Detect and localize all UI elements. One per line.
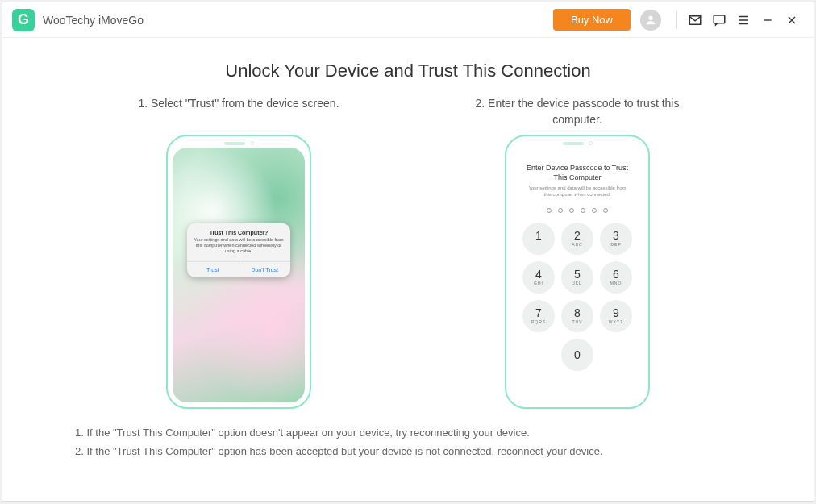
- passcode-dots: [547, 208, 608, 213]
- mail-icon[interactable]: [686, 11, 704, 29]
- user-avatar-icon[interactable]: [640, 10, 661, 31]
- steps-row: 1. Select "Trust" from the device screen…: [51, 96, 765, 409]
- passcode-title: Enter Device Passcode to Trust This Comp…: [519, 164, 635, 182]
- phone-mock-trust: Trust This Computer? Your settings and d…: [166, 135, 311, 409]
- separator: [676, 11, 677, 29]
- key-6[interactable]: 6MNO: [600, 261, 632, 294]
- note-1: 1. If the "Trust This Computer" option d…: [75, 423, 765, 442]
- key-9[interactable]: 9WXYZ: [600, 300, 632, 332]
- trust-alert-title: Trust This Computer?: [187, 223, 290, 237]
- svg-rect-1: [714, 15, 725, 23]
- keypad: 1 2ABC 3DEF 4GHI 5JKL 6MNO 7PQRS 8TUV 9W…: [522, 223, 632, 371]
- app-window: G WooTechy iMoveGo Buy Now Unlock Your D…: [2, 2, 814, 502]
- feedback-icon[interactable]: [710, 11, 728, 29]
- close-icon[interactable]: [783, 11, 801, 29]
- logo-letter: G: [18, 11, 29, 28]
- buy-now-button[interactable]: Buy Now: [553, 9, 631, 31]
- key-5[interactable]: 5JKL: [561, 261, 593, 294]
- trust-button[interactable]: Trust: [187, 261, 239, 277]
- menu-icon[interactable]: [735, 11, 752, 29]
- app-title: WooTechy iMoveGo: [43, 14, 144, 27]
- page-title: Unlock Your Device and Trust This Connec…: [51, 60, 765, 81]
- phone-notch: [506, 141, 648, 145]
- phone-mock-passcode: Enter Device Passcode to Trust This Comp…: [505, 135, 650, 409]
- passcode-subtitle: Your settings and data will be accessibl…: [519, 185, 635, 198]
- key-1[interactable]: 1: [522, 223, 555, 255]
- trust-alert: Trust This Computer? Your settings and d…: [187, 223, 290, 277]
- phone-notch: [168, 141, 310, 145]
- key-3[interactable]: 3DEF: [600, 223, 632, 255]
- step-2: 2. Enter the device passcode to trust th…: [456, 96, 698, 409]
- key-0[interactable]: 0: [561, 339, 593, 371]
- minimize-icon[interactable]: [759, 11, 776, 29]
- key-7[interactable]: 7PQRS: [522, 300, 555, 332]
- footer-notes: 1. If the "Trust This Computer" option d…: [51, 423, 765, 461]
- note-2: 2. If the "Trust This Computer" option h…: [75, 442, 765, 460]
- key-8[interactable]: 8TUV: [561, 300, 593, 332]
- step-1: 1. Select "Trust" from the device screen…: [118, 96, 360, 409]
- titlebar: G WooTechy iMoveGo Buy Now: [2, 2, 814, 38]
- step-1-label: 1. Select "Trust" from the device screen…: [118, 96, 360, 128]
- key-4[interactable]: 4GHI: [522, 261, 555, 294]
- trust-alert-body: Your settings and data will be accessibl…: [187, 237, 290, 260]
- step-2-label: 2. Enter the device passcode to trust th…: [456, 96, 698, 128]
- dont-trust-button[interactable]: Don't Trust: [239, 261, 291, 277]
- app-logo: G: [12, 9, 35, 31]
- passcode-screen: Enter Device Passcode to Trust This Comp…: [511, 148, 643, 402]
- content-area: Unlock Your Device and Trust This Connec…: [2, 38, 814, 501]
- key-2[interactable]: 2ABC: [561, 223, 593, 255]
